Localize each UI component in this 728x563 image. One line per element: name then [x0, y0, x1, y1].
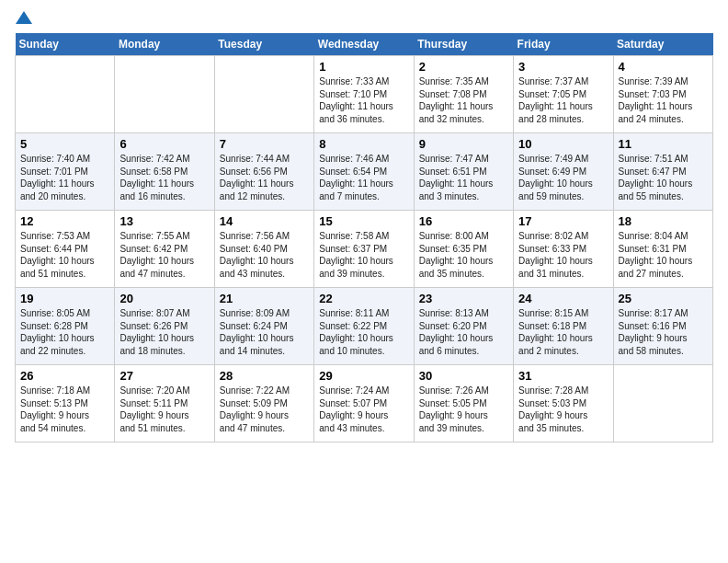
cell-content: Sunrise: 8:02 AM Sunset: 6:33 PM Dayligh…	[518, 230, 608, 280]
day-number: 27	[119, 369, 209, 383]
cell-content: Sunrise: 7:35 AM Sunset: 7:08 PM Dayligh…	[419, 75, 508, 125]
calendar-week-2: 5Sunrise: 7:40 AM Sunset: 7:01 PM Daylig…	[16, 133, 713, 211]
cell-content: Sunrise: 7:20 AM Sunset: 5:11 PM Dayligh…	[119, 385, 209, 434]
calendar-cell: 22Sunrise: 8:11 AM Sunset: 6:22 PM Dayli…	[314, 288, 414, 365]
calendar-week-1: 1Sunrise: 7:33 AM Sunset: 7:10 PM Daylig…	[16, 56, 713, 133]
day-number: 28	[220, 369, 309, 383]
cell-content: Sunrise: 8:07 AM Sunset: 6:26 PM Dayligh…	[119, 307, 209, 357]
day-header-thursday: Thursday	[414, 33, 513, 56]
day-number: 21	[220, 292, 309, 305]
day-number: 25	[619, 292, 708, 305]
calendar-cell: 16Sunrise: 8:00 AM Sunset: 6:35 PM Dayli…	[414, 211, 513, 288]
day-number: 3	[518, 60, 608, 74]
day-header-tuesday: Tuesday	[214, 33, 313, 56]
cell-content: Sunrise: 7:28 AM Sunset: 5:03 PM Dayligh…	[518, 385, 608, 434]
day-number: 20	[119, 292, 209, 305]
cell-content: Sunrise: 7:47 AM Sunset: 6:51 PM Dayligh…	[419, 153, 508, 202]
cell-content: Sunrise: 7:18 AM Sunset: 5:13 PM Dayligh…	[20, 385, 109, 434]
cell-content: Sunrise: 8:11 AM Sunset: 6:22 PM Dayligh…	[319, 307, 408, 357]
calendar-cell: 10Sunrise: 7:49 AM Sunset: 6:49 PM Dayli…	[514, 133, 613, 211]
day-number: 9	[419, 137, 508, 151]
day-number: 7	[220, 137, 309, 151]
day-header-sunday: Sunday	[16, 33, 115, 56]
day-number: 10	[518, 137, 608, 151]
calendar-cell	[214, 56, 313, 133]
cell-content: Sunrise: 8:04 AM Sunset: 6:31 PM Dayligh…	[619, 230, 708, 280]
day-number: 17	[518, 214, 608, 228]
calendar-cell: 11Sunrise: 7:51 AM Sunset: 6:47 PM Dayli…	[613, 133, 712, 211]
calendar-cell: 12Sunrise: 7:53 AM Sunset: 6:44 PM Dayli…	[16, 211, 115, 288]
cell-content: Sunrise: 8:15 AM Sunset: 6:18 PM Dayligh…	[518, 307, 608, 357]
day-number: 5	[20, 137, 109, 151]
calendar-cell: 8Sunrise: 7:46 AM Sunset: 6:54 PM Daylig…	[314, 133, 414, 211]
calendar-cell: 2Sunrise: 7:35 AM Sunset: 7:08 PM Daylig…	[414, 56, 513, 133]
calendar-cell: 24Sunrise: 8:15 AM Sunset: 6:18 PM Dayli…	[514, 288, 613, 365]
day-number: 22	[319, 292, 408, 305]
calendar-cell: 25Sunrise: 8:17 AM Sunset: 6:16 PM Dayli…	[613, 288, 712, 365]
day-number: 19	[20, 292, 109, 305]
cell-content: Sunrise: 7:39 AM Sunset: 7:03 PM Dayligh…	[619, 75, 708, 125]
cell-content: Sunrise: 7:26 AM Sunset: 5:05 PM Dayligh…	[419, 385, 508, 434]
calendar-cell: 28Sunrise: 7:22 AM Sunset: 5:09 PM Dayli…	[214, 365, 313, 442]
calendar-cell: 14Sunrise: 7:56 AM Sunset: 6:40 PM Dayli…	[214, 211, 313, 288]
cell-content: Sunrise: 7:51 AM Sunset: 6:47 PM Dayligh…	[619, 153, 708, 202]
cell-content: Sunrise: 8:09 AM Sunset: 6:24 PM Dayligh…	[220, 307, 309, 357]
calendar-cell: 21Sunrise: 8:09 AM Sunset: 6:24 PM Dayli…	[214, 288, 313, 365]
logo-icon	[16, 11, 32, 26]
day-header-monday: Monday	[115, 33, 214, 56]
day-number: 29	[319, 369, 408, 383]
page-header	[15, 15, 713, 24]
day-number: 24	[518, 292, 608, 305]
day-number: 2	[419, 60, 508, 74]
calendar-cell: 6Sunrise: 7:42 AM Sunset: 6:58 PM Daylig…	[115, 133, 214, 211]
calendar-week-4: 19Sunrise: 8:05 AM Sunset: 6:28 PM Dayli…	[16, 288, 713, 365]
cell-content: Sunrise: 7:44 AM Sunset: 6:56 PM Dayligh…	[220, 153, 309, 202]
calendar-cell: 23Sunrise: 8:13 AM Sunset: 6:20 PM Dayli…	[414, 288, 513, 365]
day-number: 26	[20, 369, 109, 383]
svg-marker-0	[16, 11, 32, 24]
day-number: 14	[220, 214, 309, 228]
calendar-cell: 5Sunrise: 7:40 AM Sunset: 7:01 PM Daylig…	[16, 133, 115, 211]
cell-content: Sunrise: 7:56 AM Sunset: 6:40 PM Dayligh…	[220, 230, 309, 280]
day-number: 8	[319, 137, 408, 151]
calendar-cell: 20Sunrise: 8:07 AM Sunset: 6:26 PM Dayli…	[115, 288, 214, 365]
cell-content: Sunrise: 7:55 AM Sunset: 6:42 PM Dayligh…	[119, 230, 209, 280]
day-number: 18	[619, 214, 708, 228]
calendar-cell	[613, 365, 712, 442]
day-number: 16	[419, 214, 508, 228]
cell-content: Sunrise: 7:33 AM Sunset: 7:10 PM Dayligh…	[319, 75, 408, 125]
calendar-cell	[115, 56, 214, 133]
cell-content: Sunrise: 7:58 AM Sunset: 6:37 PM Dayligh…	[319, 230, 408, 280]
cell-content: Sunrise: 8:13 AM Sunset: 6:20 PM Dayligh…	[419, 307, 508, 357]
calendar-cell: 15Sunrise: 7:58 AM Sunset: 6:37 PM Dayli…	[314, 211, 414, 288]
day-header-wednesday: Wednesday	[314, 33, 414, 56]
day-number: 30	[419, 369, 508, 383]
cell-content: Sunrise: 7:49 AM Sunset: 6:49 PM Dayligh…	[518, 153, 608, 202]
cell-content: Sunrise: 7:24 AM Sunset: 5:07 PM Dayligh…	[319, 385, 408, 434]
day-header-friday: Friday	[514, 33, 613, 56]
day-number: 4	[619, 60, 708, 74]
calendar-cell: 9Sunrise: 7:47 AM Sunset: 6:51 PM Daylig…	[414, 133, 513, 211]
day-number: 15	[319, 214, 408, 228]
calendar-cell: 29Sunrise: 7:24 AM Sunset: 5:07 PM Dayli…	[314, 365, 414, 442]
calendar-cell: 1Sunrise: 7:33 AM Sunset: 7:10 PM Daylig…	[314, 56, 414, 133]
calendar-week-5: 26Sunrise: 7:18 AM Sunset: 5:13 PM Dayli…	[16, 365, 713, 442]
cell-content: Sunrise: 7:46 AM Sunset: 6:54 PM Dayligh…	[319, 153, 408, 202]
day-number: 11	[619, 137, 708, 151]
cell-content: Sunrise: 7:22 AM Sunset: 5:09 PM Dayligh…	[220, 385, 309, 434]
calendar-cell	[16, 56, 115, 133]
calendar-cell: 4Sunrise: 7:39 AM Sunset: 7:03 PM Daylig…	[613, 56, 712, 133]
calendar-cell: 27Sunrise: 7:20 AM Sunset: 5:11 PM Dayli…	[115, 365, 214, 442]
calendar-cell: 3Sunrise: 7:37 AM Sunset: 7:05 PM Daylig…	[514, 56, 613, 133]
day-number: 23	[419, 292, 508, 305]
calendar-cell: 13Sunrise: 7:55 AM Sunset: 6:42 PM Dayli…	[115, 211, 214, 288]
calendar-cell: 18Sunrise: 8:04 AM Sunset: 6:31 PM Dayli…	[613, 211, 712, 288]
logo	[15, 15, 32, 24]
calendar-cell: 19Sunrise: 8:05 AM Sunset: 6:28 PM Dayli…	[16, 288, 115, 365]
cell-content: Sunrise: 7:53 AM Sunset: 6:44 PM Dayligh…	[20, 230, 109, 280]
day-number: 1	[319, 60, 408, 74]
calendar-cell: 26Sunrise: 7:18 AM Sunset: 5:13 PM Dayli…	[16, 365, 115, 442]
cell-content: Sunrise: 7:37 AM Sunset: 7:05 PM Dayligh…	[518, 75, 608, 125]
day-number: 13	[119, 214, 209, 228]
calendar-cell: 31Sunrise: 7:28 AM Sunset: 5:03 PM Dayli…	[514, 365, 613, 442]
